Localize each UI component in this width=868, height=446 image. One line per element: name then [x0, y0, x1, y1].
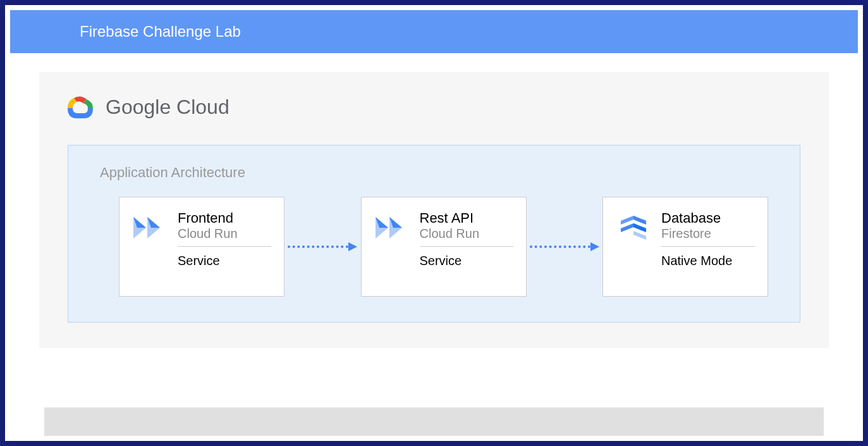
- frontend-detail: Service: [178, 253, 271, 268]
- restapi-title: Rest API: [420, 210, 513, 226]
- frontend-subtitle: Cloud Run: [178, 226, 271, 247]
- google-cloud-header: Google Cloud: [64, 94, 800, 120]
- header-title: Firebase Challenge Lab: [80, 23, 241, 40]
- main-area: Google Cloud Application Architecture: [5, 53, 863, 441]
- dotted-line-icon: [288, 245, 348, 248]
- arrow-head-icon: [348, 242, 357, 251]
- database-title: Database: [661, 210, 755, 226]
- restapi-subtitle: Cloud Run: [420, 226, 513, 247]
- google-cloud-icon: [64, 94, 96, 120]
- database-subtitle: Firestore: [661, 226, 755, 247]
- database-content: Database Firestore Native Mode: [661, 207, 755, 287]
- cloud-name-bold: Google: [106, 96, 171, 118]
- restapi-content: Rest API Cloud Run Service: [420, 207, 513, 287]
- frontend-content: Frontend Cloud Run Service: [178, 207, 271, 287]
- footer-bar: [44, 407, 824, 436]
- google-cloud-label: Google Cloud: [106, 96, 229, 119]
- dotted-line-icon: [530, 245, 590, 248]
- frontend-title: Frontend: [178, 210, 271, 226]
- header-bar: Firebase Challenge Lab: [5, 5, 863, 53]
- restapi-box: Rest API Cloud Run Service: [361, 197, 527, 297]
- frontend-box: Frontend Cloud Run Service: [119, 197, 284, 297]
- firestore-icon: [616, 212, 654, 244]
- architecture-title: Application Architecture: [100, 164, 768, 181]
- architecture-flow: Frontend Cloud Run Service: [100, 197, 768, 297]
- database-box: Database Firestore Native Mode: [602, 197, 768, 297]
- diagram-frame: Firebase Challenge Lab Google Cloud Appl…: [5, 5, 863, 441]
- database-detail: Native Mode: [661, 253, 755, 268]
- restapi-detail: Service: [420, 253, 513, 268]
- arrow-1: [288, 240, 357, 253]
- grey-panel: Google Cloud Application Architecture: [39, 72, 829, 348]
- arrow-2: [530, 240, 599, 253]
- arrow-head-icon: [590, 242, 599, 251]
- cloud-name-light: Cloud: [171, 96, 229, 118]
- cloud-run-icon: [132, 212, 170, 244]
- cloud-run-icon: [374, 212, 412, 244]
- architecture-container: Application Architecture Frontend: [68, 145, 800, 323]
